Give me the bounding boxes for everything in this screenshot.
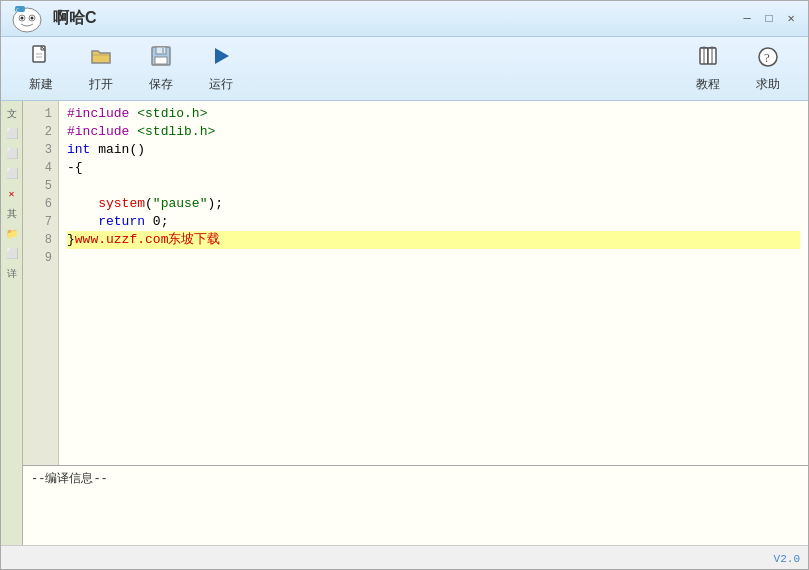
open-button[interactable]: 打开 <box>73 42 129 96</box>
line-num-2: 2 <box>23 123 58 141</box>
svg-text:?: ? <box>764 50 770 65</box>
code-line-5 <box>67 177 800 195</box>
line-num-7: 7 <box>23 213 58 231</box>
code-line-7: return 0; <box>67 213 800 231</box>
code-line-6: system("pause"); <box>67 195 800 213</box>
code-editor[interactable]: 1 2 3 4 5 6 7 8 9 #include <stdio.h> <box>23 101 808 465</box>
title-bar: C 啊哈C — □ ✕ <box>1 1 808 37</box>
line-num-6: 6 <box>23 195 58 213</box>
sidebar-icon-2[interactable]: ⬜ <box>3 125 21 143</box>
code-line-4: -{ <box>67 159 800 177</box>
sidebar-icon-8[interactable]: ⬜ <box>3 245 21 263</box>
sidebar-icon-4[interactable]: ⬜ <box>3 165 21 183</box>
line-num-1: 1 <box>23 105 58 123</box>
svg-point-4 <box>31 16 34 19</box>
app-title: 啊哈C <box>53 8 738 29</box>
sidebar-icon-5[interactable]: ✕ <box>3 185 21 203</box>
sidebar-icon-3[interactable]: ⬜ <box>3 145 21 163</box>
help-button[interactable]: ? 求助 <box>740 42 796 96</box>
help-icon: ? <box>756 45 780 74</box>
save-button[interactable]: 保存 <box>133 42 189 96</box>
compile-info-label: --编译信息-- <box>31 472 108 486</box>
maximize-button[interactable]: □ <box>760 10 778 28</box>
line-num-4: 4 <box>23 159 58 177</box>
compile-panel: --编译信息-- <box>23 465 808 545</box>
app-logo: C <box>9 4 45 34</box>
close-button[interactable]: ✕ <box>782 10 800 28</box>
sidebar-icon-1[interactable]: 文 <box>3 105 21 123</box>
run-button[interactable]: 运行 <box>193 42 249 96</box>
code-content[interactable]: #include <stdio.h> #include <stdlib.h> i… <box>59 101 808 465</box>
sidebar: 文 ⬜ ⬜ ⬜ ✕ 其 📁 ⬜ 详 <box>1 101 23 545</box>
new-icon <box>29 44 53 74</box>
line-num-8: 8 <box>23 231 58 249</box>
code-line-9 <box>67 249 800 267</box>
svg-rect-12 <box>155 57 167 64</box>
code-line-8: }www.uzzf.com东坡下载 <box>67 231 800 249</box>
svg-text:C: C <box>16 7 19 13</box>
editor-container: 1 2 3 4 5 6 7 8 9 #include <stdio.h> <box>23 101 808 545</box>
tutorial-label: 教程 <box>696 76 720 93</box>
help-label: 求助 <box>756 76 780 93</box>
open-label: 打开 <box>89 76 113 93</box>
code-line-1: #include <stdio.h> <box>67 105 800 123</box>
main-window: C 啊哈C — □ ✕ 新建 <box>0 0 809 570</box>
version-label: V2.0 <box>774 553 800 565</box>
tutorial-icon <box>696 45 720 74</box>
run-label: 运行 <box>209 76 233 93</box>
main-area: 文 ⬜ ⬜ ⬜ ✕ 其 📁 ⬜ 详 1 2 3 4 5 6 7 <box>1 101 808 545</box>
line-numbers: 1 2 3 4 5 6 7 8 9 <box>23 101 59 465</box>
sidebar-icon-6[interactable]: 其 <box>3 205 21 223</box>
line-num-9: 9 <box>23 249 58 267</box>
svg-marker-14 <box>215 48 229 64</box>
new-label: 新建 <box>29 76 53 93</box>
sidebar-icon-9[interactable]: 详 <box>3 265 21 283</box>
code-line-2: #include <stdlib.h> <box>67 123 800 141</box>
bottom-bar: V2.0 <box>1 545 808 569</box>
minimize-button[interactable]: — <box>738 10 756 28</box>
run-icon <box>209 44 233 74</box>
sidebar-icon-7[interactable]: 📁 <box>3 225 21 243</box>
open-icon <box>89 44 113 74</box>
new-button[interactable]: 新建 <box>13 42 69 96</box>
line-num-5: 5 <box>23 177 58 195</box>
tutorial-button[interactable]: 教程 <box>680 42 736 96</box>
save-label: 保存 <box>149 76 173 93</box>
window-controls: — □ ✕ <box>738 10 800 28</box>
svg-rect-11 <box>156 47 166 54</box>
svg-point-3 <box>21 16 24 19</box>
code-line-3: int main() <box>67 141 800 159</box>
line-num-3: 3 <box>23 141 58 159</box>
save-icon <box>149 44 173 74</box>
toolbar: 新建 打开 保存 <box>1 37 808 101</box>
